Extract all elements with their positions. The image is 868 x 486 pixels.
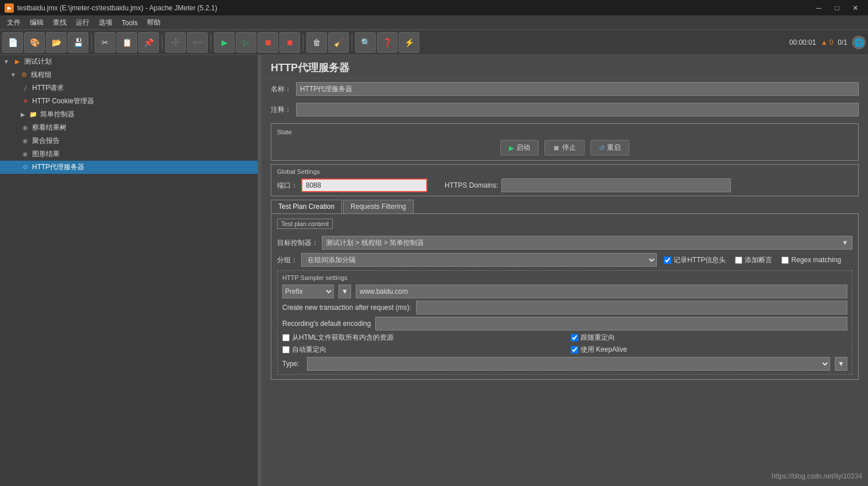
regex-matching-check[interactable] xyxy=(781,256,789,264)
target-controller-value: 测试计划 > 线程组 > 简单控制器 xyxy=(326,238,424,248)
port-input[interactable] xyxy=(301,178,427,192)
tree-label-test-plan: 测试计划 xyxy=(24,57,52,67)
close-button[interactable]: ✕ xyxy=(847,2,863,14)
view-results-icon: ◉ xyxy=(21,123,30,133)
search-button[interactable]: 🔍 xyxy=(355,32,376,53)
tab-content-test-plan: Test plan content 目标控制器： 测试计划 > 线程组 > 简单… xyxy=(271,213,859,380)
stop-proxy-button[interactable]: ⏹ 停止 xyxy=(544,140,585,155)
tree-label-aggregate: 聚合报告 xyxy=(32,136,60,146)
open-button[interactable]: 📂 xyxy=(46,32,67,53)
minimize-button[interactable]: ─ xyxy=(811,2,827,14)
tab-test-plan-creation[interactable]: Test Plan Creation xyxy=(271,200,342,213)
menu-edit[interactable]: 编辑 xyxy=(25,16,48,30)
new-button[interactable]: 📄 xyxy=(2,32,23,53)
shutdown-button[interactable]: ⏺ xyxy=(279,32,300,53)
start-proxy-label: 启动 xyxy=(516,143,530,153)
tree-label-view-results: 察看结果树 xyxy=(32,123,67,133)
html-resources-option[interactable]: 从HTML文件获取所有内含的资源 xyxy=(282,333,559,343)
open-templates-button[interactable]: 🎨 xyxy=(24,32,45,53)
https-domains-input[interactable] xyxy=(501,178,731,192)
type-label: Type: xyxy=(282,360,302,368)
encoding-input[interactable] xyxy=(375,317,847,331)
groupby-select[interactable]: 在组间添加分隔 xyxy=(301,253,657,267)
proxy-panel-header: HTTP代理服务器 xyxy=(262,55,868,79)
prefix-select[interactable]: Prefix xyxy=(282,285,334,298)
record-http-check[interactable] xyxy=(664,256,671,264)
create-tx-input[interactable] xyxy=(416,301,847,314)
encoding-label: Recording's default encoding xyxy=(282,320,371,328)
global-settings-title: Global Settings xyxy=(277,168,853,175)
tree-node-thread-group[interactable]: ▼ ⚙ 线程组 xyxy=(0,68,258,81)
follow-redirect-option[interactable]: 跟随重定向 xyxy=(571,333,848,343)
remove-button[interactable]: ➖ xyxy=(187,32,208,53)
auto-redirect-check[interactable] xyxy=(282,346,290,353)
record-http-checkbox[interactable]: 记录HTTP信息头 xyxy=(664,255,726,265)
auto-redirect-option[interactable]: 自动重定向 xyxy=(282,345,559,355)
add-button[interactable]: ➕ xyxy=(165,32,186,53)
restart-proxy-icon: ↺ xyxy=(599,144,605,152)
regex-matching-checkbox[interactable]: Regex matching xyxy=(781,256,841,264)
start-proxy-button[interactable]: ▶ 启动 xyxy=(500,140,539,155)
menu-bar: 文件 编辑 查找 运行 选项 Tools 帮助 xyxy=(0,16,868,30)
comment-input[interactable] xyxy=(296,103,859,116)
options-checkboxes: 记录HTTP信息头 添加断言 Regex matching xyxy=(664,255,841,265)
type-dropdown-btn[interactable]: ▼ xyxy=(835,357,847,371)
global-settings-section: Global Settings 端口： HTTPS Domains: xyxy=(271,164,859,196)
http-cookie-icon: ✕ xyxy=(21,97,30,106)
keepalive-check[interactable] xyxy=(571,346,578,353)
follow-redirect-check[interactable] xyxy=(571,334,578,341)
http-sampler-section: HTTP Sampler settings Prefix ▼ Create ne… xyxy=(277,270,853,375)
tree-node-test-plan[interactable]: ▼ ▶ 测试计划 xyxy=(0,55,258,68)
tree-node-http-cookie[interactable]: ✕ HTTP Cookie管理器 xyxy=(0,95,258,108)
tree-label-http-request: HTTP请求 xyxy=(32,83,64,93)
tree-node-http-request[interactable]: / HTTP请求 xyxy=(0,81,258,95)
menu-run[interactable]: 运行 xyxy=(71,16,94,30)
copy-button[interactable]: 📋 xyxy=(116,32,137,53)
clear-button[interactable]: 🗑 xyxy=(306,32,327,53)
type-select[interactable] xyxy=(307,357,830,371)
expand-arrow: ▼ xyxy=(3,59,9,65)
html-resources-check[interactable] xyxy=(282,334,290,341)
paste-button[interactable]: 📌 xyxy=(138,32,159,53)
menu-options[interactable]: 选项 xyxy=(94,16,117,30)
main-layout: ▼ ▶ 测试计划 ▼ ⚙ 线程组 / HTTP请求 ✕ HTTP Cookie管… xyxy=(0,55,868,486)
tree-node-graph[interactable]: ◉ 图形结果 xyxy=(0,147,258,161)
start-no-pause-button[interactable]: ▷ xyxy=(236,32,256,53)
keepalive-option[interactable]: 使用 KeepAlive xyxy=(571,345,848,355)
content-panel: HTTP代理服务器 名称： 注释： State ▶ 启动 ⏹ 停止 xyxy=(262,55,868,486)
menu-help[interactable]: 帮助 xyxy=(142,16,165,30)
window-title: testbaidu.jmx (E:\jmeter-cs\testbaidu.jm… xyxy=(17,4,217,12)
help-button[interactable]: ❓ xyxy=(377,32,398,53)
test-plan-icon: ▶ xyxy=(13,57,22,67)
start-button[interactable]: ▶ xyxy=(214,32,235,53)
plugins-button[interactable]: ⚡ xyxy=(399,32,419,53)
target-controller-select[interactable]: 测试计划 > 线程组 > 简单控制器 ▼ xyxy=(322,236,853,250)
follow-redirect-label: 跟随重定向 xyxy=(581,333,615,343)
tree-label-http-proxy: HTTP代理服务器 xyxy=(32,162,84,172)
tab-requests-filtering[interactable]: Requests Filtering xyxy=(343,200,414,213)
clear-all-button[interactable]: 🧹 xyxy=(328,32,349,53)
stop-proxy-label: 停止 xyxy=(562,143,576,153)
maximize-button[interactable]: □ xyxy=(829,2,845,14)
prefix-dropdown-btn[interactable]: ▼ xyxy=(338,285,351,298)
stop-button[interactable]: ⏹ xyxy=(258,32,278,53)
add-assertion-checkbox[interactable]: 添加断言 xyxy=(735,255,772,265)
add-assertion-check[interactable] xyxy=(735,256,742,264)
app-icon: ▶ xyxy=(5,3,14,13)
url-filter-input[interactable] xyxy=(356,285,847,298)
menu-tools[interactable]: Tools xyxy=(117,16,142,30)
tree-node-aggregate[interactable]: ◉ 聚合报告 xyxy=(0,134,258,147)
state-buttons: ▶ 启动 ⏹ 停止 ↺ 重启 xyxy=(277,140,853,155)
menu-file[interactable]: 文件 xyxy=(2,16,25,30)
cut-button[interactable]: ✂ xyxy=(95,32,115,53)
auto-redirect-label: 自动重定向 xyxy=(292,345,326,355)
tree-node-simple-controller[interactable]: ▶ 📁 简单控制器 xyxy=(0,108,258,121)
name-input[interactable] xyxy=(296,82,859,96)
save-button[interactable]: 💾 xyxy=(68,32,88,53)
target-controller-arrow: ▼ xyxy=(842,239,848,247)
tree-node-view-results[interactable]: ◉ 察看结果树 xyxy=(0,121,258,134)
tree-node-http-proxy[interactable]: ⚙ HTTP代理服务器 xyxy=(0,161,258,174)
aggregate-icon: ◉ xyxy=(21,137,30,146)
restart-proxy-button[interactable]: ↺ 重启 xyxy=(590,140,629,155)
menu-search[interactable]: 查找 xyxy=(48,16,71,30)
